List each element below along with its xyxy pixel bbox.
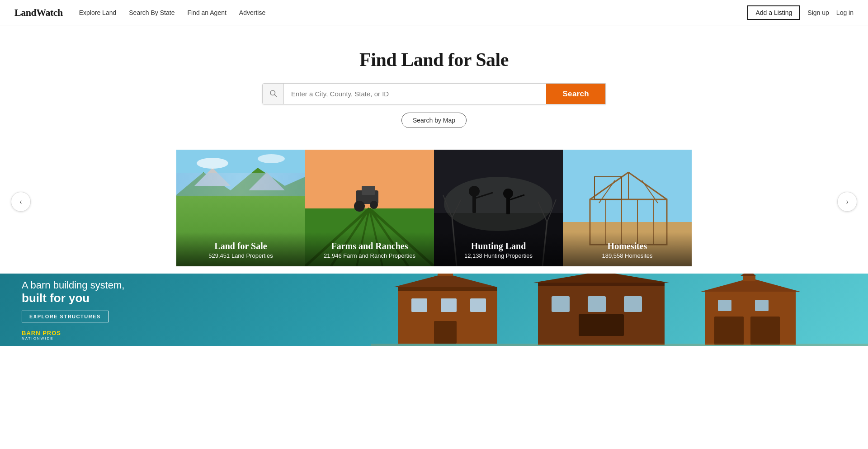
card-overlay-hunting: Hunting Land 12,138 Hunting Properties [434, 232, 563, 266]
card-subtitle-homesites: 189,558 Homesites [568, 252, 686, 259]
carousel-next-button[interactable]: › [837, 192, 857, 212]
svg-rect-70 [718, 300, 731, 311]
hero-title: Find Land for Sale [9, 49, 859, 71]
card-title-land: Land for Sale [182, 241, 300, 251]
nav-explore-land[interactable]: Explore Land [79, 9, 117, 16]
svg-rect-71 [755, 300, 769, 311]
card-overlay-farms: Farms and Ranches 21,946 Farm and Ranch … [305, 232, 434, 266]
card-overlay-homesites: Homesites 189,558 Homesites [563, 232, 692, 266]
category-cards: Land for Sale 529,451 Land Properties [0, 150, 868, 266]
nav-advertise[interactable]: Advertise [239, 9, 265, 16]
search-button[interactable]: Search [546, 84, 605, 104]
hero-section: Find Land for Sale Search Search by Map [0, 25, 868, 137]
svg-rect-69 [750, 317, 780, 345]
svg-point-24 [444, 177, 552, 231]
explore-structures-button[interactable]: EXPLORE STRUCTURES [22, 311, 108, 322]
signup-link[interactable]: Sign up [807, 9, 829, 16]
svg-rect-61 [552, 296, 570, 312]
svg-line-1 [274, 95, 276, 96]
site-logo[interactable]: LandWatch [14, 7, 63, 19]
svg-rect-52 [398, 287, 497, 291]
ad-line2: built for you [22, 291, 124, 305]
svg-rect-53 [411, 298, 427, 312]
nav-search-by-state[interactable]: Search By State [129, 9, 175, 16]
svg-rect-55 [470, 298, 486, 312]
card-subtitle-farms: 21,946 Farm and Ranch Properties [311, 252, 429, 259]
brand-name: BARN PROS [22, 330, 124, 336]
search-icon-wrap [263, 84, 284, 104]
brand-logo: BARN PROS NATIONWIDE [22, 330, 124, 340]
svg-rect-72 [743, 276, 755, 281]
category-card-homesites[interactable]: Homesites 189,558 Homesites [563, 150, 692, 266]
svg-point-20 [370, 201, 378, 209]
search-icon [269, 89, 277, 99]
svg-rect-54 [441, 298, 457, 312]
ad-line1: A barn building system, [22, 279, 124, 291]
nav-links: Explore Land Search By State Find an Age… [79, 9, 748, 16]
categories-section: ‹ Land for Sale 529,451 Land Propert [0, 137, 868, 266]
svg-rect-21 [362, 186, 375, 195]
svg-rect-56 [434, 321, 457, 344]
svg-marker-60 [533, 274, 669, 283]
brand-tagline: NATIONWIDE [22, 336, 124, 340]
carousel-prev-button[interactable]: ‹ [11, 192, 31, 212]
nav-find-agent[interactable]: Find an Agent [187, 9, 226, 16]
svg-marker-73 [741, 274, 756, 276]
svg-point-7 [197, 158, 228, 169]
svg-rect-63 [624, 296, 642, 312]
svg-point-8 [258, 154, 285, 163]
ad-banner-content: A barn building system, built for you EX… [0, 274, 146, 346]
card-subtitle-land: 529,451 Land Properties [182, 252, 300, 259]
card-title-farms: Farms and Ranches [311, 241, 429, 251]
navbar: LandWatch Explore Land Search By State F… [0, 0, 868, 25]
card-title-homesites: Homesites [568, 241, 686, 251]
search-by-map-button[interactable]: Search by Map [401, 113, 467, 128]
svg-point-26 [469, 186, 480, 197]
svg-rect-57 [438, 274, 453, 276]
svg-rect-62 [588, 296, 606, 312]
card-title-hunting: Hunting Land [439, 241, 557, 251]
svg-point-19 [354, 201, 365, 212]
svg-marker-6 [249, 172, 285, 190]
category-card-land-for-sale[interactable]: Land for Sale 529,451 Land Properties [176, 150, 305, 266]
ad-banner[interactable]: A barn building system, built for you EX… [0, 274, 868, 346]
nav-right: Add a Listing Sign up Log in [747, 5, 854, 20]
barn-buildings-graphic [217, 274, 868, 346]
svg-rect-68 [714, 317, 744, 345]
category-card-hunting-land[interactable]: Hunting Land 12,138 Hunting Properties [434, 150, 563, 266]
category-card-farms-ranches[interactable]: Farms and Ranches 21,946 Farm and Ranch … [305, 150, 434, 266]
login-link[interactable]: Log in [836, 9, 854, 16]
search-bar: Search [262, 83, 606, 104]
card-subtitle-hunting: 12,138 Hunting Properties [439, 252, 557, 259]
card-overlay-land: Land for Sale 529,451 Land Properties [176, 232, 305, 266]
svg-rect-74 [371, 344, 868, 346]
add-listing-button[interactable]: Add a Listing [747, 5, 800, 20]
svg-rect-64 [579, 314, 624, 336]
search-input[interactable] [284, 84, 546, 104]
svg-point-29 [503, 189, 513, 199]
svg-rect-65 [538, 283, 665, 286]
search-bar-wrapper: Search [9, 83, 859, 104]
